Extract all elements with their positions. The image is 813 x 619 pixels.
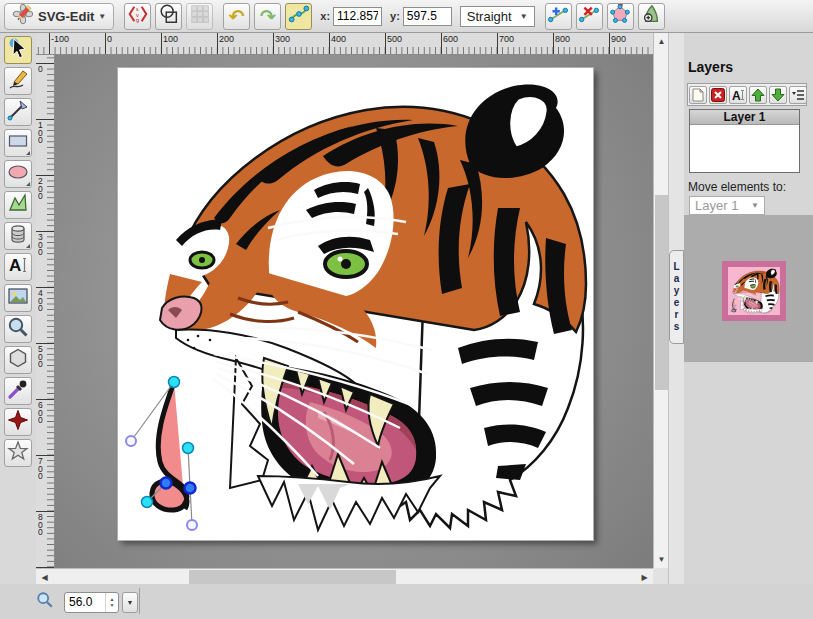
select-tool-icon <box>6 36 30 64</box>
segment-type-select[interactable]: Straight ▼ <box>460 6 535 27</box>
edit-source-icon: s v g <box>127 3 149 29</box>
statusbar-divider <box>139 588 140 614</box>
app-title: SVG-Edit <box>38 9 94 24</box>
tool-cross-shape[interactable] <box>4 408 32 436</box>
delete-node-button[interactable] <box>576 3 603 30</box>
ruler-label: 2 0 0 <box>38 178 43 201</box>
vertical-scrollbar-thumb[interactable] <box>655 195 668 390</box>
scroll-down-arrow[interactable]: ▼ <box>654 552 669 567</box>
ruler-label: 3 0 0 <box>38 234 43 257</box>
ruler-label: 0 <box>107 34 112 44</box>
cross-shape-icon <box>6 408 30 436</box>
zoom-input[interactable] <box>65 595 105 609</box>
path-edit-mode-button[interactable] <box>285 3 312 30</box>
eyedropper-icon <box>6 377 30 405</box>
tool-zoom[interactable] <box>4 315 32 343</box>
path-edit-mode-icon <box>288 3 310 29</box>
undo-button[interactable]: ↶ <box>223 3 250 30</box>
tool-star[interactable] <box>4 439 32 467</box>
svg-text:A: A <box>732 88 741 102</box>
add-subpath-button[interactable] <box>638 3 665 30</box>
wireframe-button[interactable] <box>155 3 182 30</box>
shape-library-icon <box>6 222 30 250</box>
ruler-horizontal: -10001002003004005006007008009001000 <box>36 33 653 55</box>
new-layer-button[interactable] <box>689 86 707 104</box>
ruler-label: 5 0 0 <box>38 346 43 369</box>
tool-text[interactable]: A <box>4 253 32 281</box>
rectangle-tool-icon <box>6 129 30 157</box>
layers-side-tab[interactable]: Layers <box>669 250 684 344</box>
tool-line[interactable] <box>4 98 32 126</box>
tool-polygon[interactable] <box>4 346 32 374</box>
scroll-left-arrow[interactable]: ◀ <box>37 569 52 585</box>
redo-button[interactable]: ↷ <box>254 3 281 30</box>
ruler-label: 700 <box>499 34 514 44</box>
zoom-tool-icon <box>6 315 30 343</box>
layers-panel-title: Layers <box>688 59 813 75</box>
star-tool-icon <box>6 439 30 467</box>
rename-layer-button[interactable]: A <box>729 86 747 104</box>
y-coordinate-input[interactable] <box>403 7 452 26</box>
open-path-button[interactable] <box>607 3 634 30</box>
tool-ellipse[interactable] <box>4 160 32 188</box>
status-bar: ▲▼ ▼ <box>0 584 813 619</box>
drawing-canvas[interactable] <box>118 68 593 540</box>
layer-buttons-row: A <box>687 83 807 106</box>
add-node-icon <box>547 3 569 29</box>
wireframe-icon <box>158 3 180 29</box>
scroll-right-arrow[interactable]: ▶ <box>637 569 652 585</box>
tool-image[interactable] <box>4 284 32 312</box>
grid-button[interactable] <box>186 3 213 30</box>
tool-path[interactable] <box>4 191 32 219</box>
zoom-spinner[interactable]: ▲▼ <box>105 593 118 612</box>
edit-source-button[interactable]: s v g <box>124 3 151 30</box>
text-tool-icon: A <box>6 253 30 281</box>
ruler-label: 8 0 0 <box>38 514 43 537</box>
layer-row[interactable]: Layer 1 <box>690 110 799 125</box>
ruler-label: 4 0 0 <box>38 290 43 313</box>
y-coordinate-label: y: <box>390 10 400 22</box>
panel-splitter[interactable]: Layers <box>668 33 684 584</box>
move-elements-label: Move elements to: <box>688 180 813 194</box>
tool-select[interactable] <box>4 36 32 64</box>
main-toolbar: SVG-Edit ▼ s v g <box>0 0 813 33</box>
horizontal-scrollbar[interactable]: ◀ ▶ <box>36 568 653 584</box>
drawing-thumbnail <box>722 261 786 321</box>
add-subpath-icon <box>640 3 662 29</box>
workspace[interactable] <box>55 55 653 568</box>
x-coordinate-input[interactable] <box>333 7 382 26</box>
horizontal-scrollbar-thumb[interactable] <box>189 570 396 584</box>
undo-icon: ↶ <box>229 7 245 26</box>
ruler-label: 300 <box>275 34 290 44</box>
layer-menu-button[interactable] <box>789 86 807 104</box>
ellipse-tool-icon <box>6 160 30 188</box>
lower-layer-button[interactable] <box>769 86 787 104</box>
delete-node-icon <box>578 3 600 29</box>
zoom-level-icon <box>36 591 54 613</box>
ruler-label: -100 <box>51 34 69 44</box>
main-menu-button[interactable]: SVG-Edit ▼ <box>4 3 114 30</box>
line-tool-icon <box>6 98 30 126</box>
tool-shape-library[interactable] <box>4 222 32 250</box>
tool-eyedropper[interactable] <box>4 377 32 405</box>
ruler-label: 7 0 0 <box>38 458 43 481</box>
delete-layer-button[interactable] <box>709 86 727 104</box>
move-select-caret-icon: ▼ <box>751 201 759 210</box>
move-target-select[interactable]: Layer 1 ▼ <box>689 196 765 215</box>
tool-rectangle[interactable] <box>4 129 32 157</box>
layer-list: Layer 1 <box>689 109 800 173</box>
add-node-button[interactable] <box>545 3 572 30</box>
svg-edit-logo-icon <box>12 3 34 29</box>
zoom-input-box: ▲▼ <box>64 592 119 613</box>
tool-pencil[interactable] <box>4 67 32 95</box>
raise-layer-button[interactable] <box>749 86 767 104</box>
scroll-up-arrow[interactable]: ▲ <box>654 34 669 49</box>
image-tool-icon <box>6 284 30 312</box>
polygon-tool-icon <box>6 346 30 374</box>
ruler-vertical: 01 0 02 0 03 0 04 0 05 0 06 0 07 0 08 0 … <box>36 55 55 568</box>
zoom-dropdown-button[interactable]: ▼ <box>122 592 138 613</box>
ruler-label: 800 <box>555 34 570 44</box>
vertical-scrollbar[interactable]: ▲ ▼ <box>653 33 668 568</box>
svg-text:A: A <box>9 256 21 275</box>
redo-icon: ↷ <box>260 7 276 26</box>
